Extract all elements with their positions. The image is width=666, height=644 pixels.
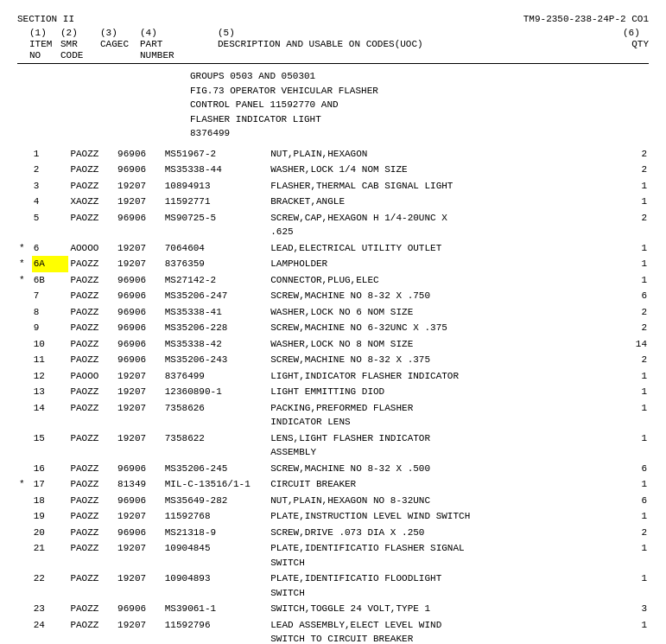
row-cagec: 96906 — [116, 288, 163, 304]
row-part: MS51967-2 — [163, 146, 269, 163]
table-row: 16 PAOZZ 96906 MS35206-245 SCREW,MACHINE… — [17, 461, 649, 477]
row-part: 7358622 — [163, 430, 269, 461]
table-row: 3 PAOZZ 19207 10894913 FLASHER,THERMAL C… — [17, 178, 649, 194]
row-smr: PAOZZ — [68, 178, 116, 194]
row-smr: PAOZZ — [68, 336, 116, 353]
row-cagec: 96906 — [116, 461, 163, 477]
desc-label: DESCRIPTION AND USABLE ON CODES(UOC) — [218, 39, 623, 49]
row-qty: 1 — [618, 476, 649, 493]
row-desc: WASHER,LOCK 1/4 NOM SIZE — [269, 162, 618, 178]
parts-table: 1 PAOZZ 96906 MS51967-2 NUT,PLAIN,HEXAGO… — [17, 146, 649, 645]
row-item: 11 — [32, 352, 69, 368]
row-smr: PAOOO — [68, 368, 116, 385]
row-part: MS35206-247 — [163, 288, 269, 304]
row-star — [17, 210, 32, 240]
row-qty: 6 — [618, 493, 649, 509]
row-desc: LIGHT,INDICATOR FLASHER INDICATOR — [269, 368, 618, 385]
row-part: MS90725-5 — [163, 210, 269, 240]
table-row: 23 PAOZZ 96906 MS39061-1 SWITCH,TOGGLE 2… — [17, 601, 649, 617]
row-smr: PAOZZ — [68, 601, 116, 617]
row-cagec: 96906 — [116, 336, 163, 353]
row-star — [17, 493, 32, 509]
row-desc: BRACKET,ANGLE — [269, 194, 618, 210]
row-item: 15 — [32, 430, 69, 461]
row-item: 1 — [32, 146, 69, 163]
row-qty: 1 — [618, 400, 649, 430]
col1-label: (1) — [29, 28, 60, 38]
table-row: 24 PAOZZ 19207 11592796 LEAD ASSEMBLY,EL… — [17, 617, 649, 645]
row-desc: SCREW,CAP,HEXAGON H 1/4-20UNC X.625 — [269, 210, 618, 240]
row-item: 2 — [32, 162, 69, 178]
table-row: * 6 AOOOO 19207 7064604 LEAD,ELECTRICAL … — [17, 240, 649, 257]
row-qty: 1 — [618, 194, 649, 210]
row-qty: 1 — [618, 272, 649, 289]
row-desc: SWITCH,TOGGLE 24 VOLT,TYPE 1 — [269, 601, 618, 617]
table-row: 13 PAOZZ 19207 12360890-1 LIGHT EMMITTIN… — [17, 384, 649, 400]
row-item: 14 — [32, 400, 69, 430]
row-qty: 1 — [618, 368, 649, 385]
row-star — [17, 540, 32, 571]
row-smr: PAOZZ — [68, 288, 116, 304]
row-part: MS27142-2 — [163, 272, 269, 289]
row-desc: CONNECTOR,PLUG,ELEC — [269, 272, 618, 289]
row-desc: LEAD ASSEMBLY,ELECT LEVEL WINDSWITCH TO … — [269, 617, 618, 645]
row-item: 13 — [32, 384, 69, 400]
row-smr: PAOZZ — [68, 210, 116, 240]
item-no-label: ITEM — [29, 39, 60, 49]
table-row: * 6A PAOZZ 19207 8376359 LAMPHOLDER 1 — [17, 256, 649, 272]
row-smr: PAOZZ — [68, 272, 116, 289]
table-row: 12 PAOOO 19207 8376499 LIGHT,INDICATOR F… — [17, 368, 649, 385]
table-row: 8 PAOZZ 96906 MS35338-41 WASHER,LOCK NO … — [17, 304, 649, 321]
row-cagec: 81349 — [116, 476, 163, 493]
figure-description: GROUPS 0503 AND 050301 FIG.73 OPERATOR V… — [190, 69, 649, 141]
row-item: 16 — [32, 461, 69, 477]
row-desc: CIRCUIT BREAKER — [269, 476, 618, 493]
table-row: 7 PAOZZ 96906 MS35206-247 SCREW,MACHINE … — [17, 288, 649, 304]
row-part: 7064604 — [163, 240, 269, 257]
row-desc: PLATE,INSTRUCTION LEVEL WIND SWITCH — [269, 508, 618, 525]
row-item: 12 — [32, 368, 69, 385]
row-smr: PAOZZ — [68, 352, 116, 368]
row-smr: PAOZZ — [68, 525, 116, 541]
row-part: 10894913 — [163, 178, 269, 194]
table-row: 15 PAOZZ 19207 7358622 LENS,LIGHT FLASHE… — [17, 430, 649, 461]
table-row: 19 PAOZZ 19207 11592768 PLATE,INSTRUCTIO… — [17, 508, 649, 525]
row-smr: PAOZZ — [68, 461, 116, 477]
row-part: MS35338-41 — [163, 304, 269, 321]
row-cagec: 96906 — [116, 210, 163, 240]
row-item: 20 — [32, 525, 69, 541]
row-star — [17, 461, 32, 477]
row-qty: 1 — [618, 384, 649, 400]
row-item: 17 — [32, 476, 69, 493]
part-number-label: NUMBER — [140, 50, 218, 61]
row-desc: LAMPHOLDER — [269, 256, 618, 272]
row-item: 23 — [32, 601, 69, 617]
row-cagec: 19207 — [116, 617, 163, 645]
row-star — [17, 162, 32, 178]
row-desc: PACKING,PREFORMED FLASHERINDICATOR LENS — [269, 400, 618, 430]
row-smr: PAOZZ — [68, 571, 116, 601]
table-row: 11 PAOZZ 96906 MS35206-243 SCREW,MACHINE… — [17, 352, 649, 368]
row-smr: PAOZZ — [68, 146, 116, 163]
row-part: MS35338-44 — [163, 162, 269, 178]
row-qty: 1 — [618, 240, 649, 257]
row-cagec: 96906 — [116, 272, 163, 289]
row-star — [17, 194, 32, 210]
table-row: 10 PAOZZ 96906 MS35338-42 WASHER,LOCK NO… — [17, 336, 649, 353]
row-desc: SCREW,MACHINE NO 8-32 X .500 — [269, 461, 618, 477]
col5-label: (5) — [218, 28, 623, 38]
row-item: 3 — [32, 178, 69, 194]
col1-num — [17, 28, 29, 38]
row-smr: PAOZZ — [68, 508, 116, 525]
smr-code: CODE — [60, 50, 100, 61]
row-cagec: 96906 — [116, 162, 163, 178]
row-smr: AOOOO — [68, 240, 116, 257]
row-cagec: 19207 — [116, 508, 163, 525]
row-qty: 1 — [618, 571, 649, 601]
table-row: 20 PAOZZ 96906 MS21318-9 SCREW,DRIVE .07… — [17, 525, 649, 541]
row-part: 11592768 — [163, 508, 269, 525]
item-no-no: NO — [29, 50, 60, 61]
row-star — [17, 352, 32, 368]
col2-label: (2) — [60, 28, 100, 38]
table-row: 1 PAOZZ 96906 MS51967-2 NUT,PLAIN,HEXAGO… — [17, 146, 649, 163]
